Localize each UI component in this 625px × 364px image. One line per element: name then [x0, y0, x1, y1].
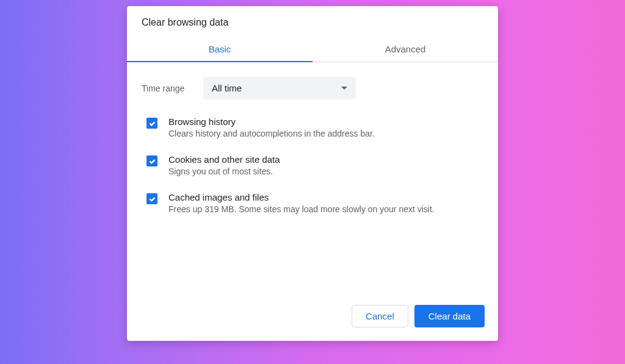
time-range-value: All time [212, 83, 242, 93]
checkbox-browsing-history[interactable] [146, 118, 157, 129]
tab-advanced[interactable]: Advanced [312, 37, 498, 62]
checkbox-title: Cookies and other site data [168, 154, 280, 165]
checkmark-icon [148, 120, 156, 127]
checkbox-item-cached: Cached images and files Frees up 319 MB.… [142, 192, 483, 214]
checkbox-desc: Frees up 319 MB. Some sites may load mor… [168, 204, 435, 214]
dialog-header: Clear browsing data [127, 6, 498, 37]
checkbox-text: Browsing history Clears history and auto… [168, 116, 375, 138]
checkbox-desc: Clears history and autocompletions in th… [168, 129, 375, 138]
checkbox-text: Cached images and files Frees up 319 MB.… [168, 192, 435, 214]
checkbox-cookies[interactable] [146, 155, 157, 166]
dialog-tabs: Basic Advanced [127, 37, 498, 62]
time-range-select[interactable]: All time [203, 77, 356, 99]
time-range-row: Time range All time [142, 77, 483, 99]
time-range-label: Time range [142, 84, 193, 93]
checkbox-title: Cached images and files [168, 192, 435, 202]
tab-basic[interactable]: Basic [127, 37, 312, 62]
checkbox-item-browsing-history: Browsing history Clears history and auto… [142, 116, 483, 138]
dialog-footer: Cancel Clear data [127, 294, 498, 341]
clear-data-button[interactable]: Clear data [414, 305, 485, 327]
checkmark-icon [148, 195, 156, 203]
dialog-body: Time range All time Browsing history Cle… [127, 62, 498, 294]
checkbox-text: Cookies and other site data Signs you ou… [168, 154, 280, 176]
chevron-down-icon [341, 87, 347, 90]
clear-browsing-data-dialog: Clear browsing data Basic Advanced Time … [127, 6, 498, 341]
checkbox-cached[interactable] [146, 193, 157, 204]
checkbox-desc: Signs you out of most sites. [168, 166, 280, 176]
checkbox-item-cookies: Cookies and other site data Signs you ou… [142, 154, 483, 176]
cancel-button[interactable]: Cancel [352, 305, 408, 327]
dialog-title: Clear browsing data [142, 17, 483, 28]
checkmark-icon [148, 157, 156, 165]
checkbox-title: Browsing history [168, 116, 375, 127]
